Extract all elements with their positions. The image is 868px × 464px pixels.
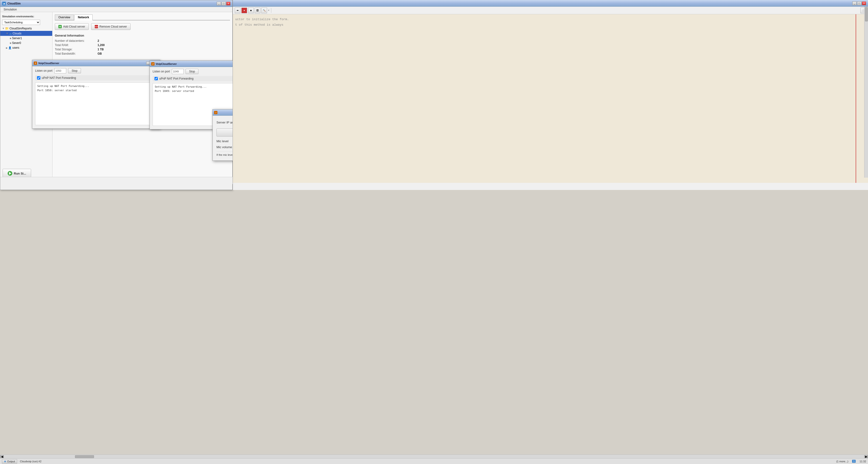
stop-toolbar-icon[interactable]: ■ bbox=[248, 8, 254, 13]
right-titlebar: _ □ ✕ bbox=[233, 0, 868, 7]
tree-item-server1[interactable]: ■ Server1 bbox=[0, 36, 52, 40]
voip2-title: VoipCloudServer bbox=[156, 62, 235, 65]
run-section: Run Si... bbox=[3, 169, 31, 178]
voip1-title: VoipCloudServer bbox=[38, 62, 146, 65]
voip2-stop-button[interactable]: Stop bbox=[186, 69, 199, 74]
run-icon bbox=[8, 171, 12, 176]
remove-cloud-server-button[interactable]: — Remove Cloud server bbox=[91, 23, 130, 30]
voip1-listen-label: Listen on port bbox=[35, 69, 53, 72]
record-icon[interactable]: ● bbox=[241, 8, 247, 13]
bandwidth-label: Total Bandwidth: bbox=[55, 52, 98, 55]
tree-label-cloudsimreports: CloudSimReports bbox=[9, 27, 32, 30]
tree-label-clouds: Clouds bbox=[12, 32, 21, 35]
notif-count: 1 bbox=[853, 460, 855, 463]
simulation-menu[interactable]: Simulation bbox=[1, 7, 19, 12]
server-icon-1: ■ bbox=[10, 37, 11, 40]
maximize-button[interactable]: □ bbox=[221, 2, 226, 5]
tree-item-users[interactable]: ▶ 👤 users bbox=[0, 46, 52, 50]
minus-icon: — bbox=[95, 25, 98, 28]
voip1-content: Listen on port Stop uPnP NAT Port Forwar… bbox=[32, 66, 160, 127]
code-comment-1: uctor to initialize the form. bbox=[235, 18, 289, 21]
cloud-icon: ☁ bbox=[9, 32, 12, 35]
right-maximize[interactable]: □ bbox=[857, 1, 861, 5]
voip1-checkbox-row: uPnP NAT Port Forwarding bbox=[35, 75, 157, 81]
status-right: (1 more...) 1 11:32 bbox=[836, 460, 866, 463]
voip1-port-input[interactable] bbox=[54, 68, 66, 74]
voip2-checkbox-row: uPnP NAT Port Forwarding bbox=[153, 76, 246, 81]
right-scrollbar[interactable] bbox=[864, 7, 868, 178]
separator bbox=[271, 8, 271, 13]
status-cloudvoip-text: Cloudvoip (run) #2 bbox=[20, 460, 836, 463]
tree-label-users: users bbox=[12, 46, 19, 49]
main-bottom-bar bbox=[0, 177, 233, 184]
info-row-datacenters: Number of datacenters: 2 bbox=[55, 39, 230, 42]
add-cloud-server-button[interactable]: + Add Cloud server bbox=[55, 23, 89, 30]
expand-icon-clouds: ▼ bbox=[6, 32, 8, 35]
output-button[interactable]: ◉ Output bbox=[2, 459, 17, 464]
voip2-upnp-checkbox[interactable] bbox=[155, 77, 158, 80]
code-line-1: uctor to initialize the form. bbox=[235, 17, 866, 22]
expand-icon: ▼ bbox=[2, 27, 4, 30]
right-close[interactable]: ✕ bbox=[862, 1, 866, 5]
voip2-checkbox-label: uPnP NAT Port Forwarding bbox=[159, 77, 193, 80]
env-selector: TaskScheduling bbox=[2, 20, 50, 25]
voip1-log: Setting up NAT Port Forwarding... Port 1… bbox=[35, 82, 157, 125]
voip1-log-line-2: Port 1050: server started bbox=[37, 88, 155, 93]
app-icon: ☁ bbox=[2, 2, 6, 5]
close-button[interactable]: ✕ bbox=[226, 2, 230, 5]
plus-icon: + bbox=[58, 25, 62, 28]
folder-icon: 📁 bbox=[5, 27, 9, 30]
code-red-margin bbox=[856, 14, 856, 183]
build-icon[interactable]: 🔨 bbox=[261, 8, 267, 13]
voip1-port-row: Listen on port Stop bbox=[35, 68, 157, 74]
voip2-log-line-2: Port 1049: server started bbox=[155, 89, 244, 93]
back-icon[interactable]: ⬅ bbox=[235, 8, 241, 13]
right-panel: _ □ ✕ ⬅ ● ■ 🖼 🔨 < ⬜ uctor to initialize … bbox=[232, 0, 868, 190]
ram-label: Total RAM: bbox=[55, 44, 98, 47]
scrollbar-thumb[interactable] bbox=[75, 455, 94, 458]
voip1-stop-button[interactable]: Stop bbox=[68, 68, 81, 74]
alt-label: < bbox=[268, 9, 269, 12]
minimize-button[interactable]: _ bbox=[217, 2, 221, 5]
right-toolbar: ⬅ ● ■ 🖼 🔨 < ⬜ bbox=[233, 7, 868, 14]
tab-overview[interactable]: Overview bbox=[55, 14, 74, 20]
add-cloud-label: Add Cloud server bbox=[63, 25, 85, 28]
more-label: (1 more...) bbox=[836, 460, 848, 463]
voip1-titlebar: J VoipCloudServer _ □ ✕ bbox=[32, 60, 160, 66]
env-section-label: Simulation environments: bbox=[0, 14, 52, 19]
env-dropdown[interactable]: TaskScheduling bbox=[2, 20, 40, 25]
output-label: Output bbox=[7, 460, 15, 463]
run-simulation-button[interactable]: Run Si... bbox=[3, 169, 31, 178]
status-bar: ◉ Output Cloudvoip (run) #2 (1 more...) … bbox=[0, 458, 868, 464]
general-info-title: General Information bbox=[55, 34, 230, 37]
voip2-log-line-1: Setting up NAT Port Forwarding... bbox=[155, 85, 244, 89]
bandwidth-value: GB bbox=[98, 52, 102, 55]
tab-network[interactable]: Network bbox=[74, 14, 93, 21]
right-window-controls: _ □ ✕ bbox=[852, 1, 866, 5]
voip2-listen-label: Listen on port bbox=[153, 70, 170, 73]
voip1-upnp-checkbox[interactable] bbox=[37, 76, 40, 80]
scroll-right-btn[interactable]: ▶ bbox=[864, 455, 868, 458]
tree-item-sever0[interactable]: ■ Sever0 bbox=[0, 40, 52, 46]
tree-item-cloudsimreports[interactable]: ▼ 📁 CloudSimReports bbox=[0, 26, 52, 31]
scroll-left-btn[interactable]: ◀ bbox=[0, 455, 4, 458]
horizontal-scrollbar[interactable]: ◀ ▶ bbox=[0, 455, 868, 458]
main-window-title: CloudSim bbox=[7, 2, 217, 5]
status-time: 11:32 bbox=[860, 460, 866, 463]
code-line-2: t of this method is always bbox=[235, 22, 866, 28]
expand-icon-users: ▶ bbox=[6, 47, 8, 49]
tabs-bar: Overview Network bbox=[55, 14, 230, 21]
right-minimize[interactable]: _ bbox=[852, 1, 857, 5]
info-row-storage: Total Storage: 1 TB bbox=[55, 48, 230, 51]
voip1-checkbox-label: uPnP NAT Port Forwarding bbox=[42, 76, 76, 80]
image-icon[interactable]: 🖼 bbox=[255, 8, 260, 13]
right-scrollbar-thumb[interactable] bbox=[865, 7, 868, 21]
server-icon-0: ■ bbox=[10, 41, 11, 45]
voip1-log-line-1: Setting up NAT Port Forwarding... bbox=[37, 84, 155, 88]
toolbar: + Add Cloud server — Remove Cloud server bbox=[55, 23, 230, 30]
tree-label-sever0: Sever0 bbox=[12, 41, 21, 45]
menu-bar: Simulation bbox=[0, 7, 232, 12]
voip2-port-input[interactable] bbox=[172, 69, 184, 74]
tree-item-clouds[interactable]: ▼ ☁ Clouds bbox=[0, 31, 52, 36]
run-label: Run Si... bbox=[14, 172, 26, 175]
